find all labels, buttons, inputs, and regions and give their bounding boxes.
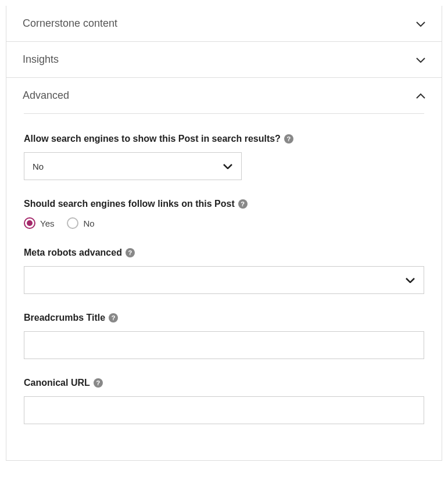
panel-advanced-content: Allow search engines to show this Post i… bbox=[6, 113, 442, 460]
field-label: Canonical URL ? bbox=[24, 378, 424, 388]
help-icon[interactable]: ? bbox=[94, 378, 103, 388]
field-follow-links: Should search engines follow links on th… bbox=[24, 199, 424, 229]
panel-advanced-header[interactable]: Advanced bbox=[6, 78, 442, 113]
panel-insights-title: Insights bbox=[23, 53, 59, 66]
panel-cornerstone-header[interactable]: Cornerstone content bbox=[6, 6, 442, 42]
help-icon[interactable]: ? bbox=[109, 313, 118, 322]
allow-search-label: Allow search engines to show this Post i… bbox=[24, 134, 281, 144]
help-icon[interactable]: ? bbox=[238, 199, 248, 209]
panel-cornerstone-title: Cornerstone content bbox=[23, 17, 117, 30]
field-label: Breadcrumbs Title ? bbox=[24, 313, 424, 323]
radio-yes-label: Yes bbox=[40, 218, 54, 228]
allow-search-select-wrap: No bbox=[24, 152, 242, 180]
radio-no-label: No bbox=[83, 218, 94, 228]
breadcrumbs-label: Breadcrumbs Title bbox=[24, 313, 105, 323]
panel-insights-header[interactable]: Insights bbox=[6, 42, 442, 78]
breadcrumbs-input[interactable] bbox=[24, 331, 424, 359]
chevron-down-icon bbox=[416, 55, 425, 64]
field-breadcrumbs: Breadcrumbs Title ? bbox=[24, 313, 424, 359]
help-icon[interactable]: ? bbox=[126, 248, 135, 257]
chevron-up-icon bbox=[416, 91, 425, 101]
radio-circle bbox=[67, 217, 78, 229]
radio-circle-selected bbox=[24, 217, 35, 229]
panel-advanced-title: Advanced bbox=[23, 89, 69, 102]
divider bbox=[24, 113, 424, 114]
follow-links-radio-group: Yes No bbox=[24, 217, 424, 229]
meta-robots-select-wrap bbox=[24, 266, 424, 294]
follow-links-label: Should search engines follow links on th… bbox=[24, 199, 235, 209]
radio-dot bbox=[27, 220, 33, 226]
field-canonical: Canonical URL ? bbox=[24, 378, 424, 424]
radio-no[interactable]: No bbox=[67, 217, 94, 229]
canonical-label: Canonical URL bbox=[24, 378, 90, 388]
field-meta-robots: Meta robots advanced ? bbox=[24, 248, 424, 294]
canonical-input[interactable] bbox=[24, 396, 424, 424]
field-label: Should search engines follow links on th… bbox=[24, 199, 424, 209]
meta-robots-label: Meta robots advanced bbox=[24, 248, 122, 258]
allow-search-select[interactable]: No bbox=[24, 152, 242, 180]
help-icon[interactable]: ? bbox=[284, 134, 293, 144]
radio-yes[interactable]: Yes bbox=[24, 217, 54, 229]
chevron-down-icon bbox=[416, 19, 425, 28]
field-allow-search: Allow search engines to show this Post i… bbox=[24, 134, 424, 180]
field-label: Allow search engines to show this Post i… bbox=[24, 134, 424, 144]
meta-robots-select[interactable] bbox=[24, 266, 424, 294]
field-label: Meta robots advanced ? bbox=[24, 248, 424, 258]
